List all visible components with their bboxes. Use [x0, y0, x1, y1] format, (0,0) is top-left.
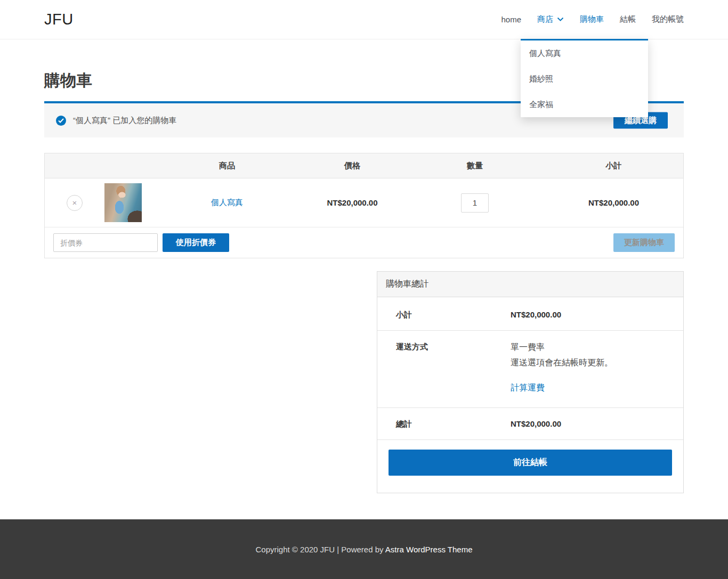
product-name-link[interactable]: 個人寫真 [211, 198, 243, 207]
cart-item-row: × 個人寫真 NT$20,000.00 NT$20,000.00 [45, 178, 683, 227]
shipping-note: 運送選項會在結帳時更新。 [511, 357, 673, 369]
calculate-shipping-link[interactable]: 計算運費 [511, 382, 545, 394]
nav-item-my-account[interactable]: 我的帳號 [652, 14, 684, 25]
coupon-code-input[interactable] [53, 233, 158, 252]
total-row: 總計 NT$20,000.00 [377, 408, 683, 440]
header-price: 價格 [299, 161, 406, 171]
footer-copyright: Copyright © 2020 JFU | Powered by [255, 545, 385, 554]
proceed-to-checkout-button[interactable]: 前往結帳 [389, 450, 672, 476]
total-value: NT$20,000.00 [511, 419, 673, 428]
total-label: 總計 [396, 419, 511, 429]
notice-message: “個人寫真” 已加入您的購物車 [73, 116, 176, 126]
update-cart-button: 更新購物車 [613, 233, 675, 252]
cart-totals-title: 購物車總計 [377, 272, 683, 297]
item-subtotal: NT$20,000.00 [588, 198, 639, 207]
shipping-row: 運送方式 單一費率 運送選項會在結帳時更新。 計算運費 [377, 331, 683, 408]
nav-item-shop-label: 商店 [537, 14, 553, 25]
shipping-method: 單一費率 [511, 342, 673, 353]
header-product: 商品 [155, 161, 299, 171]
nav-item-checkout[interactable]: 結帳 [620, 14, 636, 25]
nav-item-home[interactable]: home [501, 15, 521, 24]
chevron-down-icon [557, 17, 564, 22]
nav-item-shop[interactable]: 商店 [537, 14, 564, 25]
site-header: JFU home 商店 購物車 結帳 我的帳號 [0, 0, 728, 39]
header-subtotal: 小計 [544, 161, 683, 171]
dropdown-item-family-photo[interactable]: 全家福 [521, 92, 648, 117]
remove-item-icon[interactable]: × [67, 195, 83, 211]
subtotal-value: NT$20,000.00 [511, 310, 673, 319]
cart-actions-row: 使用折價券 更新購物車 [45, 227, 683, 258]
product-thumbnail[interactable] [104, 183, 142, 222]
site-footer: Copyright © 2020 JFU | Powered by Astra … [0, 519, 728, 579]
dropdown-item-personal-photo[interactable]: 個人寫真 [521, 40, 648, 66]
header-quantity: 數量 [406, 161, 544, 171]
site-logo[interactable]: JFU [44, 11, 74, 28]
main-nav: home 商店 購物車 結帳 我的帳號 [485, 14, 684, 25]
cart-totals-panel: 購物車總計 小計 NT$20,000.00 運送方式 單一費率 運送選項會在結帳… [377, 271, 684, 493]
subtotal-row: 小計 NT$20,000.00 [377, 297, 683, 331]
astra-theme-link[interactable]: Astra WordPress Theme [385, 545, 473, 554]
check-circle-icon [56, 116, 66, 126]
cart-table: 商品 價格 數量 小計 × 個人寫真 NT$20,000.00 NT$20,00… [44, 153, 684, 258]
shipping-label: 運送方式 [396, 342, 511, 352]
apply-coupon-button[interactable]: 使用折價券 [163, 233, 229, 252]
quantity-input[interactable] [461, 193, 489, 213]
cart-table-header: 商品 價格 數量 小計 [45, 153, 683, 178]
shop-dropdown-menu: 個人寫真 婚紗照 全家福 [521, 39, 648, 117]
nav-item-cart[interactable]: 購物車 [580, 14, 604, 25]
item-price: NT$20,000.00 [327, 198, 377, 207]
dropdown-item-wedding-photo[interactable]: 婚紗照 [521, 66, 648, 92]
subtotal-label: 小計 [396, 310, 511, 320]
